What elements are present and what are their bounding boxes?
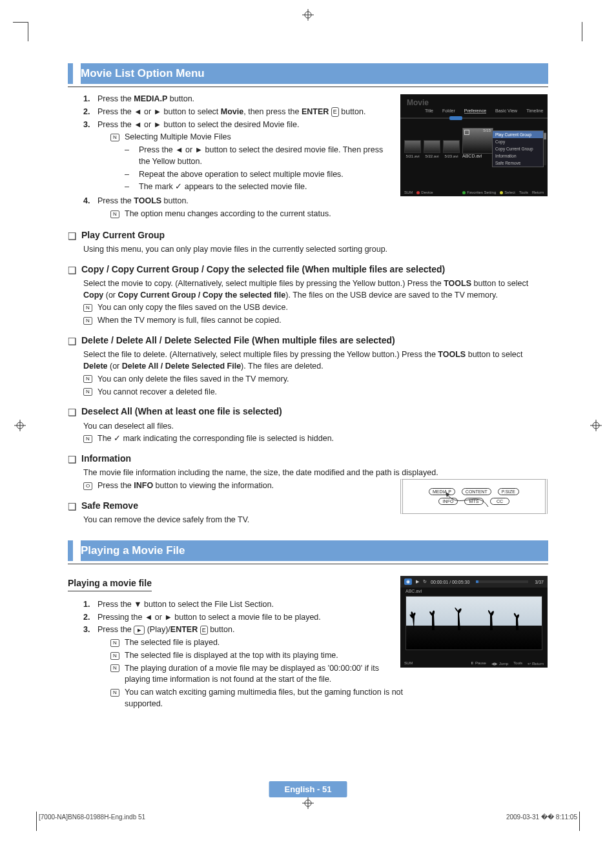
screenshot-movie-player: ◉ ▶ ↻ 00:00:01 / 00:05:30 3/37 ABC.avi S… [400,576,548,668]
note-icon: N [83,435,92,443]
crop-mark [36,812,37,831]
note-icon: N [83,375,92,383]
note-icon: N [110,652,119,660]
subsection: ❑Play Current Group [68,229,548,243]
subsection: ❑Deselect All (When at least one file is… [68,405,548,419]
tip-icon: O [83,482,92,490]
footer-filename: [7000-NA]BN68-01988H-Eng.indb 51 [39,813,145,821]
crop-mark [582,22,582,41]
screenshot-remote-buttons: MEDIA.P CONTENT P.SIZE INFO MTS CC [400,479,548,514]
registration-mark-icon [302,9,314,21]
enter-button-icon: E [200,626,208,635]
steps-list: 1. Press the MEDIA.P button. 2. Press th… [83,94,387,221]
note-icon: N [110,210,119,218]
footer-timestamp: 2009-03-31 �� 8:11:05 [506,813,577,821]
crop-mark [13,22,28,41]
registration-mark-icon [14,420,26,431]
bullet-icon: ❑ [68,405,76,419]
bullet-icon: ❑ [68,500,76,513]
subsection: ❑Delete / Delete All / Delete Selected F… [68,334,548,348]
registration-mark-icon [302,797,314,809]
tools-menu: Play Current Group Copy Copy Current Gro… [492,130,544,167]
bullet-icon: ❑ [68,263,76,277]
crop-mark [579,812,580,831]
play-icon: ▶ [416,579,419,584]
subsection: ❑Information [68,453,548,466]
bullet-icon: ❑ [68,229,76,243]
repeat-icon: ↻ [423,579,427,584]
note-icon: N [110,639,119,647]
screenshot-movie-list: Movie Title Folder Preference Basic View… [400,94,548,196]
note-icon: N [83,388,92,396]
play-button-icon: ► [134,626,145,635]
media-icon: ◉ [404,578,412,585]
note-icon: N [110,134,119,141]
bullet-icon: ❑ [68,334,76,348]
note-icon: N [110,689,119,697]
bullet-icon: ❑ [68,453,76,466]
page-number: English - 51 [269,781,347,797]
enter-button-icon: E [331,107,339,117]
subsection: ❑Copy / Copy Current Group / Copy the se… [68,263,548,277]
note-icon: N [110,664,119,672]
note-icon: N [83,304,92,312]
section-heading: Playing a Movie File [68,540,548,561]
section-title: Movie List Option Menu [81,63,548,84]
steps-list: 1.Press the ▼ button to select the File … [83,599,406,711]
subheading: Playing a movie file [68,577,152,591]
section-heading: Movie List Option Menu [68,63,548,84]
section-title: Playing a Movie File [81,540,548,561]
registration-mark-icon [590,420,602,431]
note-icon: N [83,317,92,325]
